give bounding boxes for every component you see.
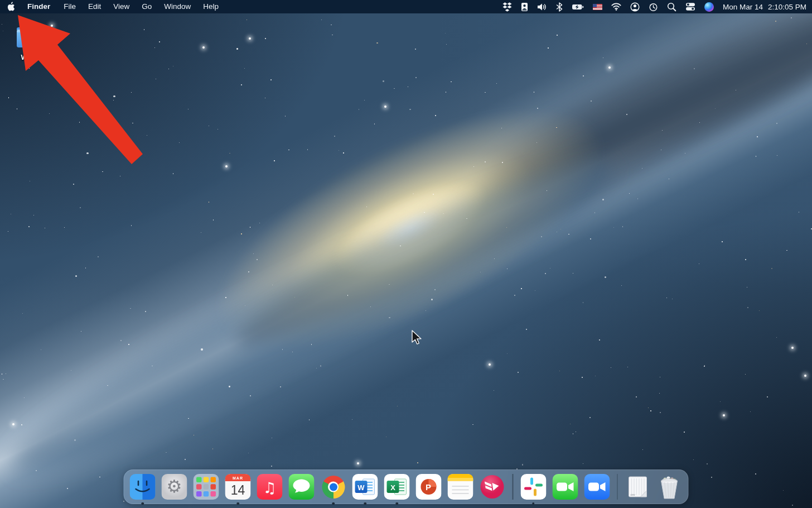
dock-item-chrome[interactable] — [321, 474, 346, 500]
svg-text:MAR: MAR — [233, 476, 243, 480]
skitch-arrow-icon — [480, 474, 505, 500]
menu-item-window[interactable]: Window — [158, 0, 197, 13]
dock-item-word[interactable]: W — [352, 474, 378, 500]
zoom-icon — [584, 474, 610, 500]
dock-item-excel[interactable]: X — [384, 474, 410, 500]
volume-icon[interactable] — [533, 0, 552, 13]
gear-icon: ⚙ — [162, 474, 187, 500]
dock-item-music[interactable]: ♫ — [257, 474, 283, 500]
trash-full-icon — [657, 474, 683, 500]
dock-item-notes[interactable] — [448, 474, 473, 500]
csv-document-icon: csv — [625, 474, 651, 500]
menubar-clock[interactable]: Mon Mar 14 2:10:05 PM — [718, 3, 806, 11]
svg-text:⚙: ⚙ — [167, 476, 182, 496]
keyboard-us-flag-icon[interactable] — [588, 0, 607, 13]
dock-item-csv-document[interactable]: csv — [625, 474, 651, 500]
starfield — [0, 0, 812, 508]
menu-item-help[interactable]: Help — [197, 0, 225, 13]
spotlight-icon[interactable] — [663, 0, 681, 13]
dock-item-calendar[interactable]: MAR 14 — [225, 474, 251, 500]
apple-menu[interactable] — [0, 0, 21, 13]
svg-text:P: P — [426, 482, 431, 492]
menu-item-file[interactable]: File — [57, 0, 82, 13]
dock-item-slack[interactable] — [520, 474, 546, 500]
music-icon: ♫ — [257, 474, 283, 500]
dock-item-messages[interactable] — [289, 474, 315, 500]
menu-item-finder[interactable]: Finder — [21, 0, 57, 13]
folder-icon — [15, 26, 44, 49]
menu-item-go[interactable]: Go — [136, 0, 158, 13]
powerpoint-icon: P — [416, 474, 442, 500]
clock-time: 2:10:05 PM — [768, 3, 806, 11]
backup-device-icon[interactable] — [516, 0, 533, 13]
bluetooth-icon[interactable] — [552, 0, 567, 13]
launchpad-icon — [194, 474, 219, 500]
dock-item-facetime[interactable] — [552, 474, 578, 500]
facetime-icon — [552, 474, 578, 500]
desktop-icon-label: Work — [8, 54, 51, 61]
word-icon: W — [352, 474, 378, 500]
svg-text:14: 14 — [231, 483, 245, 497]
dock-item-launchpad[interactable] — [194, 474, 219, 500]
dock-item-skitch[interactable] — [480, 474, 505, 500]
running-indicator — [141, 502, 144, 505]
dock: ⚙ — [124, 469, 689, 504]
dock-item-system-preferences[interactable]: ⚙ — [162, 474, 187, 500]
menu-bar-status: Mon Mar 14 2:10:05 PM — [498, 0, 812, 13]
dock-item-trash[interactable] — [657, 474, 683, 500]
menu-item-view[interactable]: View — [107, 0, 136, 13]
svg-text:W: W — [357, 483, 365, 492]
chrome-icon — [322, 476, 345, 499]
svg-text:X: X — [390, 483, 395, 492]
messages-icon — [289, 474, 315, 500]
finder-icon — [130, 474, 156, 500]
calendar-icon: MAR 14 — [225, 474, 251, 500]
dock-separator — [617, 474, 618, 500]
wifi-icon[interactable] — [607, 0, 626, 13]
menu-bar: Finder File Edit View Go Window Help — [0, 0, 812, 13]
notes-icon — [448, 474, 473, 500]
desktop-screen: Work Finder File Edit View Go Window Hel… — [0, 0, 812, 508]
apple-logo-icon — [7, 2, 15, 12]
dropbox-icon[interactable] — [498, 0, 516, 13]
clock-date: Mon Mar 14 — [723, 3, 763, 11]
time-machine-icon[interactable] — [644, 0, 663, 13]
svg-text:csv: csv — [631, 493, 636, 496]
siri-icon[interactable] — [700, 0, 718, 13]
user-account-icon[interactable] — [626, 0, 644, 13]
control-center-icon[interactable] — [681, 0, 700, 13]
dock-item-zoom[interactable] — [584, 474, 610, 500]
excel-icon: X — [384, 474, 410, 500]
menu-bar-left: Finder File Edit View Go Window Help — [0, 0, 225, 13]
desktop-icon-work[interactable]: Work — [8, 26, 51, 61]
dock-separator — [513, 474, 514, 500]
dock-item-powerpoint[interactable]: P — [416, 474, 442, 500]
slack-icon — [520, 474, 546, 500]
menu-item-edit[interactable]: Edit — [82, 0, 107, 13]
svg-text:♫: ♫ — [263, 479, 276, 496]
dock-item-finder[interactable] — [130, 474, 156, 500]
us-flag — [593, 4, 602, 10]
battery-charging-icon[interactable] — [567, 0, 588, 13]
